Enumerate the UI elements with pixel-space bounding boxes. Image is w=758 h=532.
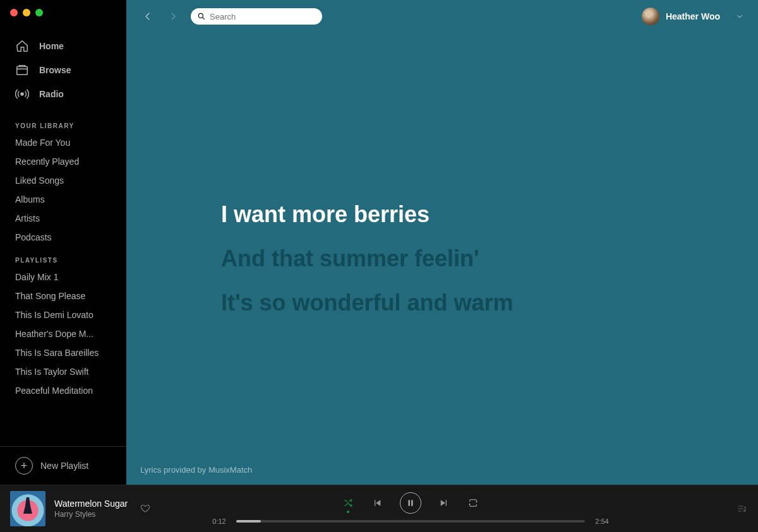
lyric-line: And that summer feelin' [221, 245, 758, 272]
now-playing: Watermelon Sugar Harry Styles [10, 491, 200, 526]
plus-icon: + [15, 457, 33, 475]
svg-rect-4 [411, 500, 412, 505]
player-right-controls [622, 502, 748, 515]
player-bar: Watermelon Sugar Harry Styles [0, 485, 758, 532]
track-title[interactable]: Watermelon Sugar [54, 499, 128, 509]
window-close-button[interactable] [10, 9, 18, 16]
library-header: YOUR LIBRARY [0, 112, 126, 133]
nav-label: Browse [39, 65, 71, 75]
playlist-item[interactable]: That Song Please [0, 287, 126, 305]
playback-controls: 0:12 2:54 [200, 492, 622, 525]
top-bar: Heather Woo [126, 0, 758, 33]
sidebar: Home Browse Radio YOUR LIBRARY Made For … [0, 0, 126, 485]
library-item[interactable]: Albums [0, 190, 126, 209]
lyric-line-current: I want more berries [221, 201, 758, 228]
window-minimize-button[interactable] [23, 9, 30, 16]
nav-radio[interactable]: Radio [0, 82, 126, 106]
browse-icon [15, 63, 29, 77]
shuffle-button[interactable] [342, 497, 354, 509]
nav-forward-button[interactable] [165, 9, 181, 24]
library-item[interactable]: Podcasts [0, 228, 126, 247]
user-menu[interactable]: Heather Woo [642, 8, 744, 25]
user-name: Heather Woo [666, 11, 720, 21]
queue-icon[interactable] [735, 502, 748, 515]
search-box[interactable] [191, 8, 322, 25]
playlist-item[interactable]: Daily Mix 1 [0, 268, 126, 287]
new-playlist-button[interactable]: + New Playlist [0, 447, 126, 485]
library-item[interactable]: Made For You [0, 133, 126, 152]
time-duration: 2:54 [591, 517, 613, 525]
new-playlist-label: New Playlist [40, 461, 88, 471]
home-icon [15, 39, 29, 53]
playlist-item[interactable]: Heather's Dope M... [0, 324, 126, 343]
lyrics-credit: Lyrics provided by MusixMatch [140, 465, 252, 475]
library-item[interactable]: Liked Songs [0, 171, 126, 190]
lyrics-view: I want more berries And that summer feel… [126, 33, 758, 485]
playlist-item[interactable]: This Is Demi Lovato [0, 305, 126, 324]
progress-bar[interactable] [236, 520, 585, 523]
svg-point-2 [198, 13, 203, 18]
playlists-header: PLAYLISTS [0, 247, 126, 268]
next-button[interactable] [438, 497, 450, 509]
search-icon [197, 12, 206, 21]
nav-label: Home [39, 41, 64, 51]
playlist-item[interactable]: Peaceful Meditation [0, 381, 126, 400]
album-cover[interactable] [10, 491, 45, 526]
playlist-item[interactable]: This Is Taylor Swift [0, 362, 126, 381]
like-button[interactable] [140, 504, 150, 514]
primary-nav: Home Browse Radio [0, 21, 126, 112]
chevron-down-icon [735, 12, 744, 21]
search-input[interactable] [210, 12, 316, 21]
nav-back-button[interactable] [140, 9, 155, 24]
time-elapsed: 0:12 [208, 517, 230, 525]
nav-label: Radio [39, 89, 64, 99]
repeat-button[interactable] [467, 497, 479, 509]
lyric-line: It's so wonderful and warm [221, 290, 758, 316]
svg-point-1 [21, 93, 23, 95]
library-item[interactable]: Artists [0, 209, 126, 228]
svg-rect-0 [17, 67, 28, 75]
nav-browse[interactable]: Browse [0, 58, 126, 82]
radio-icon [15, 87, 29, 101]
track-artist[interactable]: Harry Styles [54, 510, 128, 519]
svg-rect-3 [409, 500, 410, 505]
main-content: Heather Woo I want more berries And that… [126, 0, 758, 485]
progress-row: 0:12 2:54 [208, 517, 613, 525]
avatar [642, 8, 659, 25]
library-item[interactable]: Recently Played [0, 152, 126, 171]
previous-button[interactable] [371, 497, 383, 509]
playlist-item[interactable]: This Is Sara Bareilles [0, 343, 126, 362]
window-maximize-button[interactable] [35, 9, 43, 16]
nav-home[interactable]: Home [0, 34, 126, 58]
window-traffic-lights [0, 0, 126, 21]
pause-button[interactable] [400, 492, 421, 514]
